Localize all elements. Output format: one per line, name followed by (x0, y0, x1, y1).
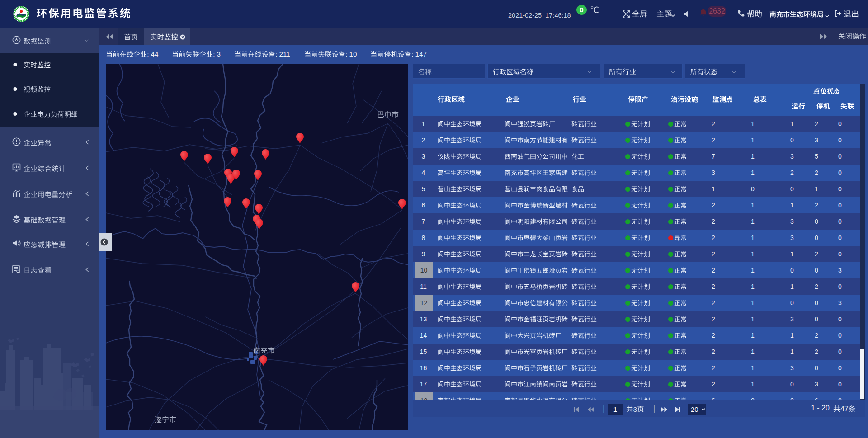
svg-text:47: 47 (840, 405, 849, 412)
svg-text:: 3: : 3 (213, 51, 221, 57)
svg-text:: 10: : 10 (345, 51, 357, 57)
svg-text:: 211: : 211 (275, 51, 290, 57)
svg-text:: 44: : 44 (147, 51, 158, 57)
svg-text:3: 3 (633, 405, 637, 413)
svg-text:: 147: : 147 (411, 51, 427, 57)
